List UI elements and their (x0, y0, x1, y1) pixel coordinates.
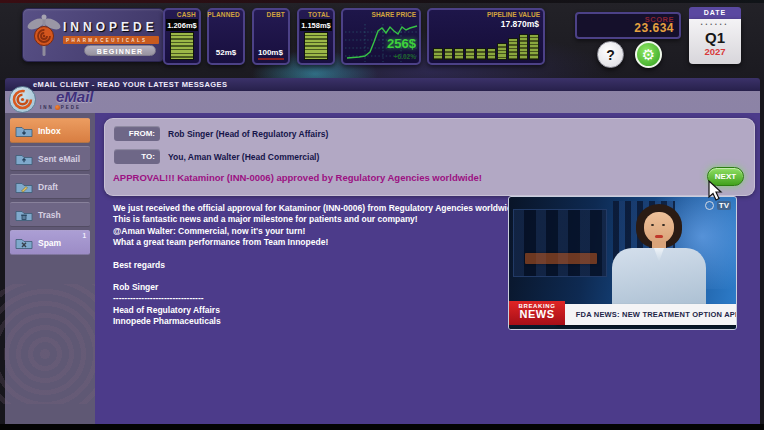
company-logo-panel: INNOPEDE PHARMACEUTICALS BEGINNER (22, 8, 165, 62)
gear-icon: ⚙ (642, 46, 655, 64)
planned-label: PLANNED (207, 11, 240, 18)
anchor-face (644, 212, 674, 243)
total-label: TOTAL (308, 11, 330, 18)
news-banner: FDA NEWS: NEW TREATMENT OPTION APPROVED.… (509, 301, 736, 325)
news-ticker: FDA NEWS: NEW TREATMENT OPTION APPROVED. (556, 304, 737, 325)
debt-value: 100m$ (258, 48, 288, 57)
cash-bar (170, 32, 194, 60)
email-brand: INN PEDE (40, 105, 81, 110)
sidebar-item-label: Draft (38, 182, 58, 192)
share-price-label: SHARE PRICE (372, 11, 416, 18)
planned-value: 52m$ (209, 48, 243, 57)
mouse-cursor (708, 180, 724, 202)
total-panel: TOTAL 1.158m$ (297, 8, 335, 65)
date-calendar: DATE •••••• Q1 2027 (689, 7, 741, 64)
message-body: We just received the official approval f… (113, 203, 503, 328)
body-line: This is fantastic news and a major miles… (113, 214, 503, 225)
debt-panel: DEBT 100m$ (252, 8, 290, 65)
settings-button[interactable]: ⚙ (635, 41, 662, 68)
spam-count-badge: 1 (82, 232, 86, 239)
pipeline-label: PIPELINE VALUE (487, 11, 540, 18)
trash-folder-icon (15, 208, 33, 222)
sidebar-item-sent[interactable]: Sent eMail (10, 146, 90, 171)
total-bar (304, 32, 328, 60)
body-line: Rob Singer (113, 282, 503, 293)
body-line: Best regards (113, 260, 503, 271)
top-edge (0, 0, 764, 3)
body-line: We just received the official approval f… (113, 203, 503, 214)
message-header-panel: FROM: Rob Singer (Head of Regulatory Aff… (104, 118, 755, 196)
sidebar-item-label: Spam (38, 238, 61, 248)
body-line: Innopede Pharmaceuticals (113, 316, 503, 327)
game-screen: INNOPEDE PHARMACEUTICALS BEGINNER CASH 1… (0, 0, 764, 430)
planned-panel: PLANNED 52m$ (207, 8, 245, 65)
draft-folder-icon (15, 180, 33, 194)
date-year: 2027 (689, 46, 741, 57)
email-sidebar: Inbox Sent eMail Draft Trash (5, 113, 95, 424)
anchor-eye (662, 224, 665, 226)
body-line: What a great team performance from Team … (113, 237, 503, 248)
difficulty-badge: BEGINNER (84, 45, 156, 56)
news-ticker-text: FDA NEWS: NEW TREATMENT OPTION APPROVED. (560, 304, 737, 319)
help-button[interactable]: ? (597, 41, 624, 68)
spam-folder-icon (15, 236, 33, 250)
company-subtitle: PHARMACEUTICALS (63, 36, 159, 44)
bottom-edge (0, 424, 764, 430)
message-subject: APPROVAL!!! Kataminor (INN-0006) approve… (113, 172, 482, 183)
to-value: You, Aman Walter (Head Commercial) (168, 152, 319, 162)
sidebar-item-label: Trash (38, 210, 61, 220)
signature-divider: -------------------------------- (113, 293, 503, 304)
breaking-news-badge: BREAKING NEWS (509, 301, 565, 325)
tv-logo-text: TV (717, 201, 731, 210)
tv-channel-logo: TV (705, 201, 731, 210)
brand-right: PEDE (61, 105, 81, 110)
sidebar-item-label: Sent eMail (38, 154, 80, 164)
date-quarter: Q1 (689, 29, 741, 46)
cash-label: CASH (177, 11, 196, 18)
pipeline-value: 17.870m$ (501, 19, 539, 29)
debt-label: DEBT (267, 11, 286, 18)
anchor-eye (651, 224, 654, 226)
sidebar-item-trash[interactable]: Trash (10, 202, 90, 227)
calendar-body: •••••• Q1 2027 (689, 19, 741, 64)
email-app-logo-icon (9, 86, 36, 113)
body-line: @Aman Walter: Commercial, now it's your … (113, 226, 503, 237)
email-app-header (5, 91, 760, 113)
sidebar-item-draft[interactable]: Draft (10, 174, 90, 199)
sidebar-item-spam[interactable]: Spam 1 (10, 230, 90, 255)
studio-brand-strip (525, 253, 597, 264)
sidebar-item-label: Inbox (38, 126, 61, 136)
email-app-title: eMail (56, 88, 94, 105)
spiral-icon (12, 89, 33, 110)
tv-ring-icon (705, 201, 714, 210)
pipeline-value-panel: PIPELINE VALUE 17.870m$ (427, 8, 545, 65)
cash-panel: CASH 1.206m$ (163, 8, 201, 65)
inbox-folder-icon (15, 124, 33, 138)
cash-value: 1.206m$ (166, 19, 198, 31)
to-label: TO: (114, 149, 160, 164)
brand-left: INN (40, 105, 54, 110)
calendar-binding-dots: •••••• (689, 21, 741, 27)
share-price-panel: SHARE PRICE 256$ +6.02% (341, 8, 421, 65)
from-value: Rob Singer (Head of Regulatory Affairs) (168, 129, 328, 139)
share-price-change: +6.02% (394, 53, 416, 60)
company-name: INNOPEDE (63, 20, 158, 34)
anchor-lips (655, 235, 663, 238)
from-label: FROM: (114, 126, 160, 141)
news-video: TV FDA NEWS: NEW TREATMENT OPTION APPROV… (508, 196, 737, 330)
sidebar-item-inbox[interactable]: Inbox (10, 118, 90, 143)
date-label: DATE (689, 7, 741, 19)
share-price-value: 256$ (387, 36, 416, 51)
total-value: 1.158m$ (300, 19, 332, 31)
news-label: NEWS (509, 309, 565, 320)
brand-spiral-icon (55, 105, 60, 110)
caduceus-logo-icon (26, 13, 62, 59)
sent-folder-icon (15, 152, 33, 166)
score-panel: SCORE 23.634 (575, 12, 681, 39)
pipeline-bar-chart (433, 31, 539, 60)
email-window-titlebar: eMAIL CLIENT - READ YOUR LATEST MESSAGES (5, 78, 760, 91)
question-mark-icon: ? (606, 47, 615, 63)
body-line: Head of Regulatory Affairs (113, 305, 503, 316)
score-value: 23.634 (634, 21, 674, 35)
debt-underline (258, 58, 284, 60)
